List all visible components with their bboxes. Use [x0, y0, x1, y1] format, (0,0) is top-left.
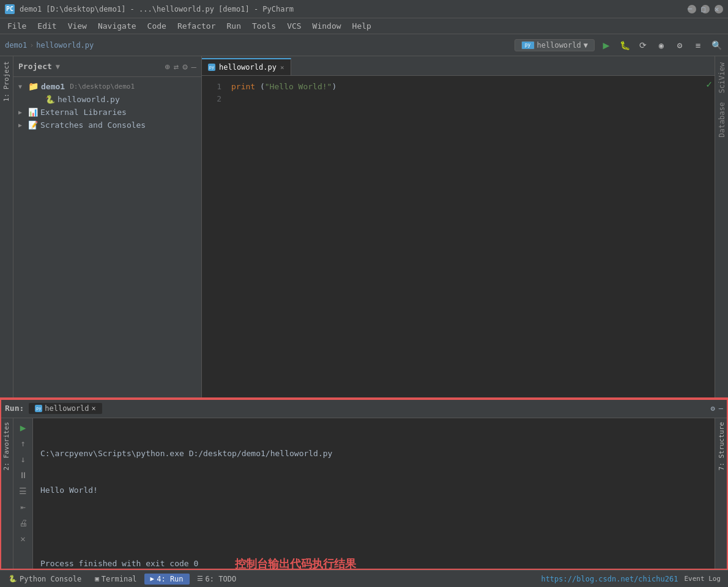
minimize-button[interactable]: ─: [688, 5, 696, 13]
tab-label-helloworld: helloworld.py: [219, 63, 277, 72]
coverage-button[interactable]: ◉: [655, 39, 668, 52]
breadcrumb-file[interactable]: helloworld.py: [36, 41, 94, 50]
output-process: Process finished with exit code 0: [40, 558, 198, 570]
run-button[interactable]: ▶: [600, 39, 613, 52]
output-line-1: C:\arcpyenv\Scripts\python.exe D:/deskto…: [40, 448, 707, 460]
menu-tools[interactable]: Tools: [247, 20, 281, 32]
run-header-right: ⚙ —: [711, 404, 723, 413]
editor-checkmark: ✓: [706, 78, 712, 90]
breadcrumb-sep1: ›: [29, 41, 34, 50]
tree-label-external: External Libraries: [40, 108, 127, 117]
window-title: demo1 [D:\desktop\demo1] - ...\helloworl…: [20, 5, 294, 13]
left-sidebar-tab[interactable]: 1: Project: [0, 56, 13, 397]
line-num-1: 1: [202, 81, 221, 93]
tab-todo[interactable]: ☰ 6: TODO: [191, 574, 243, 585]
add-icon[interactable]: ⊕: [165, 62, 169, 72]
menu-window[interactable]: Window: [308, 20, 346, 32]
breadcrumb-project[interactable]: demo1: [5, 41, 27, 50]
menu-edit[interactable]: Edit: [32, 20, 61, 32]
app-icon: PC: [5, 4, 15, 14]
search-button[interactable]: 🔍: [710, 39, 723, 52]
run-tab-close[interactable]: ×: [92, 404, 96, 413]
structure-sidebar: 7: Structure: [715, 418, 728, 570]
todo-icon: ☰: [197, 575, 203, 583]
favorites-label[interactable]: 2: Favorites: [0, 418, 13, 474]
breadcrumb: demo1 › helloworld.py: [5, 41, 94, 50]
close-button[interactable]: ✕: [715, 5, 723, 13]
tree-path-demo1: D:\desktop\demo1: [70, 83, 135, 90]
menu-refactor[interactable]: Refactor: [173, 20, 221, 32]
project-tree: ▼ 📁 demo1 D:\desktop\demo1 🐍 helloworld.…: [13, 77, 201, 397]
database-tab[interactable]: Database: [715, 98, 729, 141]
favorites-sidebar: 2: Favorites: [0, 418, 13, 570]
run-print-button[interactable]: 🖨: [17, 516, 30, 530]
tab-terminal[interactable]: ▣ Terminal: [89, 574, 143, 585]
toolbar-right: py helloworld ▼ ▶ 🐛 ⟳ ◉ ⚙ ≡ 🔍: [514, 39, 723, 52]
run-tab-helloworld[interactable]: py helloworld ×: [29, 403, 102, 414]
code-content[interactable]: print ("Hello World!"): [226, 76, 715, 397]
tree-arrow-external: ▶: [18, 109, 26, 116]
tree-arrow-scratches: ▶: [18, 122, 26, 128]
menu-view[interactable]: View: [63, 20, 92, 32]
menu-navigate[interactable]: Navigate: [93, 20, 141, 32]
build-button[interactable]: ⚙: [673, 39, 686, 52]
code-editor[interactable]: 1 2 print ("Hello World!") ✓: [202, 76, 715, 397]
settings-icon[interactable]: ⚙: [182, 62, 187, 72]
project-dropdown-arrow[interactable]: ▼: [56, 62, 60, 71]
event-log[interactable]: Event Log: [684, 575, 726, 583]
run-tab-icon: ▶: [150, 575, 155, 583]
run-config-label: helloworld: [537, 41, 581, 50]
run-delete-button[interactable]: ✕: [17, 532, 30, 545]
menu-run[interactable]: Run: [222, 20, 246, 32]
profile-button[interactable]: ⟳: [636, 39, 650, 52]
run-panel-header: Run: py helloworld × ⚙ —: [0, 399, 728, 418]
menu-help[interactable]: Help: [347, 20, 376, 32]
structure-label[interactable]: 7: Structure: [715, 418, 728, 474]
tree-label-demo1: demo1: [41, 82, 65, 91]
run-content: 2: Favorites ▶ ↑ ↓ ⏸ ☰ ⇤ 🖨 ✕ C:\arcpyenv…: [0, 418, 728, 570]
project-panel-title: Project: [18, 62, 52, 71]
tree-item-helloworld[interactable]: 🐍 helloworld.py: [13, 93, 201, 106]
annotation-output: 控制台输出代码执行结果: [235, 558, 356, 570]
run-gear-icon[interactable]: ⚙: [711, 404, 715, 413]
run-play-button[interactable]: ▶: [17, 421, 30, 434]
tree-arrow-demo1: ▼: [18, 83, 26, 90]
menu-vcs[interactable]: VCS: [282, 20, 306, 32]
project-tab-label[interactable]: 1: Project: [0, 56, 13, 106]
editor-area: py helloworld.py × 1 2 print ("Hello Wor…: [202, 56, 715, 397]
run-scroll-button[interactable]: ⇤: [17, 500, 30, 514]
tab-close-helloworld[interactable]: ×: [280, 64, 284, 72]
run-output: C:\arcpyenv\Scripts\python.exe D:/deskto…: [33, 418, 715, 570]
project-panel-header: Project ▼ ⊕ ⇄ ⚙ —: [13, 56, 201, 77]
project-header-icons: ⊕ ⇄ ⚙ —: [165, 62, 196, 72]
run-tab-py-icon: py: [35, 405, 42, 412]
tab-py-icon: py: [208, 64, 215, 71]
bottom-tabs: 🐍 Python Console ▣ Terminal ▶ 4: Run ☰ 6…: [0, 570, 728, 587]
file-icon-helloworld: 🐍: [45, 95, 55, 104]
run-list-button[interactable]: ☰: [17, 484, 30, 498]
tree-item-external-libs[interactable]: ▶ 📊 External Libraries: [13, 106, 201, 119]
sciview-tab[interactable]: SciView: [715, 59, 729, 97]
scratches-icon: 📝: [28, 120, 38, 130]
maximize-button[interactable]: □: [701, 5, 710, 13]
minimize-panel-icon[interactable]: —: [191, 62, 196, 72]
menu-file[interactable]: File: [2, 20, 31, 32]
folder-icon-demo1: 📁: [28, 81, 39, 91]
tab-run[interactable]: ▶ 4: Run: [144, 574, 190, 585]
tree-item-scratches[interactable]: ▶ 📝 Scratches and Consoles: [13, 119, 201, 131]
tab-helloworld[interactable]: py helloworld.py ×: [202, 58, 291, 75]
debug-button[interactable]: 🐛: [618, 39, 631, 52]
run-pause-button[interactable]: ⏸: [17, 468, 30, 482]
output-line-2: Hello World!: [40, 484, 707, 497]
right-sidebar: SciView Database: [715, 56, 728, 397]
run-minimize-icon[interactable]: —: [719, 404, 723, 413]
line-num-2: 2: [202, 93, 221, 105]
more-button[interactable]: ≡: [691, 39, 705, 52]
run-up-button[interactable]: ↑: [17, 437, 30, 450]
scroll-icon[interactable]: ⇄: [174, 62, 179, 72]
tab-python-console[interactable]: 🐍 Python Console: [2, 574, 87, 585]
run-config-dropdown[interactable]: py helloworld ▼: [514, 39, 595, 51]
run-down-button[interactable]: ↓: [17, 452, 30, 466]
tree-item-demo1[interactable]: ▼ 📁 demo1 D:\desktop\demo1: [13, 79, 201, 93]
menu-code[interactable]: Code: [143, 20, 171, 32]
